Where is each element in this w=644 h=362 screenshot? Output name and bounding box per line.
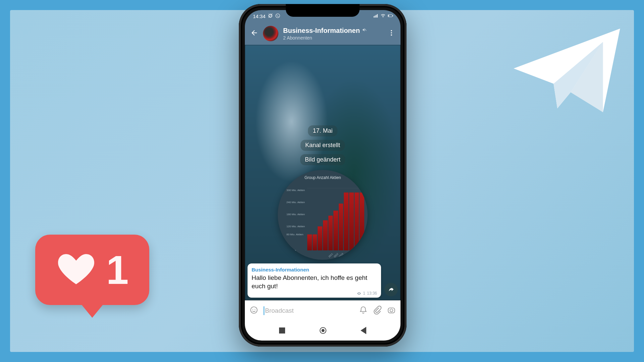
signal-icon xyxy=(373,13,378,19)
svg-point-15 xyxy=(253,309,253,309)
svg-rect-3 xyxy=(375,15,375,17)
system-message: Bild geändert xyxy=(300,154,345,165)
svg-point-16 xyxy=(255,309,255,309)
wifi-icon xyxy=(380,13,386,19)
svg-line-10 xyxy=(365,29,366,31)
svg-rect-4 xyxy=(376,15,377,17)
nav-recent-button[interactable] xyxy=(279,327,285,334)
message-input-bar xyxy=(245,300,400,320)
svg-point-1 xyxy=(276,14,280,18)
svg-point-18 xyxy=(390,309,393,312)
nav-back-button[interactable] xyxy=(361,327,366,334)
whatsapp-icon xyxy=(275,13,280,19)
heart-icon xyxy=(56,249,96,291)
notification-icon[interactable] xyxy=(359,306,368,316)
like-badge: 1 xyxy=(35,235,149,305)
chart-x-axis: 2011201220132014201520162017201820192020… xyxy=(328,254,364,256)
svg-point-12 xyxy=(391,32,392,34)
system-message: Kanal erstellt xyxy=(301,140,345,151)
date-pill: 17. Mai xyxy=(308,125,337,136)
android-nav-bar xyxy=(245,320,400,341)
svg-rect-2 xyxy=(374,16,374,17)
message-author: Business-Informationen xyxy=(252,267,377,273)
chart-bars xyxy=(307,188,364,250)
svg-rect-17 xyxy=(388,308,395,313)
telegram-plane-icon xyxy=(510,20,624,121)
svg-rect-8 xyxy=(392,15,393,16)
chart-y-axis: 300 Mio. Aktien240 Mio. Aktien180 Mio. A… xyxy=(286,188,306,250)
header-titles[interactable]: Business-Informationen 2 Abonnenten xyxy=(283,27,383,41)
channel-avatar[interactable] xyxy=(263,26,278,41)
phone-frame: 14:34 Business-Informationen 2 Abonnent xyxy=(239,4,407,347)
chat-area[interactable]: 17. Mai Kanal erstellt Bild geändert Gro… xyxy=(245,45,400,300)
back-button[interactable] xyxy=(250,29,258,38)
message-meta: 1 13:36 xyxy=(252,291,377,296)
more-menu-button[interactable] xyxy=(388,29,395,38)
svg-point-11 xyxy=(391,30,392,32)
message-bubble[interactable]: Business-Informationen Hallo liebe Abonn… xyxy=(248,263,381,298)
svg-rect-5 xyxy=(377,14,378,17)
attach-icon[interactable] xyxy=(373,306,382,316)
camera-icon[interactable] xyxy=(387,306,396,316)
alarm-off-icon xyxy=(268,13,273,19)
phone-screen: 14:34 Business-Informationen 2 Abonnent xyxy=(245,10,400,341)
mute-icon xyxy=(362,27,367,34)
message-time: 13:36 xyxy=(367,291,377,296)
svg-point-6 xyxy=(383,17,383,17)
channel-name: Business-Informationen xyxy=(283,27,360,35)
share-button[interactable] xyxy=(384,283,398,296)
view-count: 1 xyxy=(363,291,365,296)
chat-header: Business-Informationen 2 Abonnenten xyxy=(245,22,400,45)
chart-title: Group Anzahl Aktien xyxy=(278,175,368,180)
emoji-icon[interactable] xyxy=(250,306,258,316)
phone-notch xyxy=(286,4,360,17)
nav-home-button[interactable] xyxy=(320,327,326,334)
eye-icon xyxy=(357,291,361,296)
subscriber-count: 2 Abonnenten xyxy=(283,35,383,41)
like-count: 1 xyxy=(106,250,129,290)
status-time: 14:34 xyxy=(253,13,266,19)
chart-image-message[interactable]: Group Anzahl Aktien 300 Mio. Aktien240 M… xyxy=(278,170,368,260)
text-cursor xyxy=(264,306,264,315)
svg-rect-9 xyxy=(388,15,389,16)
message-text: Hallo liebe Abonnenten, ich hoffe es geh… xyxy=(252,274,377,290)
battery-icon xyxy=(388,13,393,19)
svg-point-14 xyxy=(251,307,257,313)
broadcast-input[interactable] xyxy=(265,307,354,314)
svg-point-13 xyxy=(391,35,392,36)
